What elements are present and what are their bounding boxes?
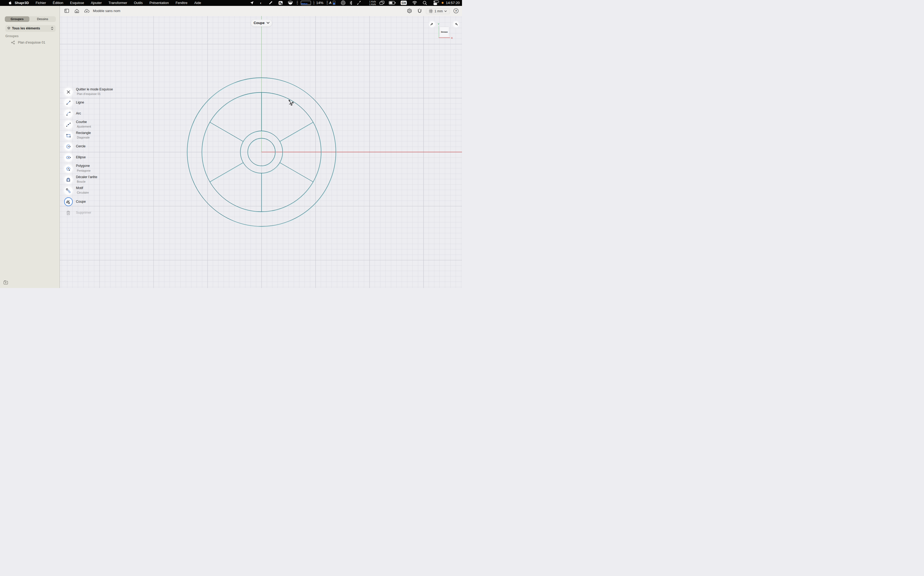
svg-text:CH: CH — [401, 2, 406, 5]
svg-text:X: X — [451, 36, 453, 39]
svg-text:?: ? — [455, 10, 457, 13]
